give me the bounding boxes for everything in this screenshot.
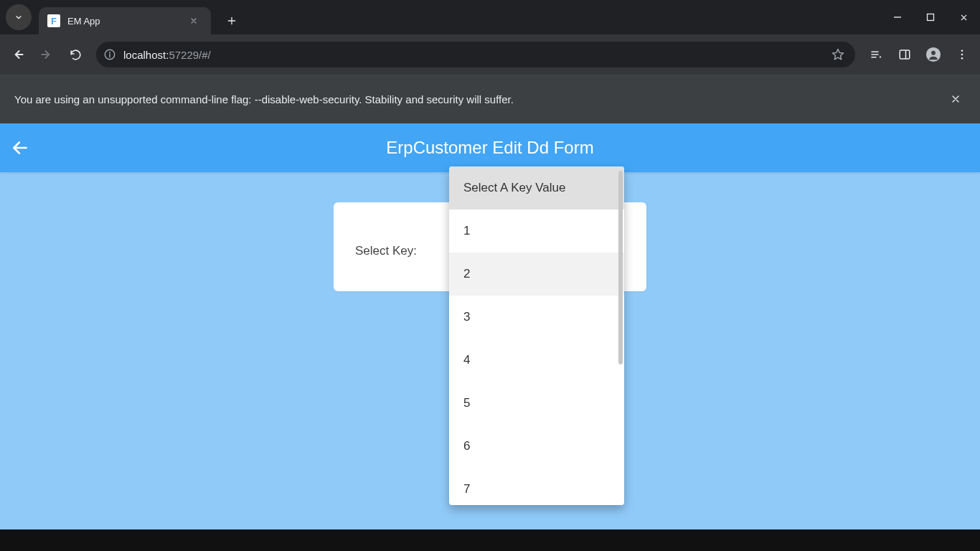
plus-icon xyxy=(226,15,237,27)
reload-icon xyxy=(69,48,83,62)
chevron-down-icon xyxy=(14,12,24,22)
browser-tab-active[interactable]: F EM App xyxy=(39,7,211,34)
window-controls xyxy=(881,0,980,34)
dropdown-option[interactable]: 3 xyxy=(449,296,624,339)
dropdown-option[interactable]: 6 xyxy=(449,425,624,468)
svg-point-5 xyxy=(931,51,936,55)
app-back-button[interactable] xyxy=(0,138,40,157)
svg-point-2 xyxy=(109,52,110,53)
star-icon xyxy=(831,47,845,62)
dropdown-option[interactable]: 1 xyxy=(449,209,624,253)
browser-toolbar: localhost:57229/#/ xyxy=(0,34,980,75)
arrow-right-icon xyxy=(39,47,54,62)
kebab-icon xyxy=(956,48,969,61)
nav-reload-button[interactable] xyxy=(63,42,88,67)
tab-strip: F EM App xyxy=(0,0,980,34)
infobar-text: You are using an unsupported command-lin… xyxy=(14,93,514,105)
dropdown-scroll[interactable]: Select A Key Value1234567 xyxy=(449,166,624,505)
url-text: localhost:57229/#/ xyxy=(123,49,824,61)
tab-close-button[interactable] xyxy=(189,17,202,25)
toolbar-right-icons xyxy=(864,42,974,67)
arrow-left-icon xyxy=(11,47,25,62)
scrollbar-thumb[interactable] xyxy=(618,171,623,364)
window-maximize-button[interactable] xyxy=(914,0,947,34)
address-bar[interactable]: localhost:57229/#/ xyxy=(96,42,855,67)
minimize-icon xyxy=(893,13,902,22)
close-icon xyxy=(189,17,198,25)
browser-menu-button[interactable] xyxy=(950,42,974,67)
svg-rect-3 xyxy=(900,50,910,59)
search-tabs-button[interactable] xyxy=(6,4,32,30)
svg-point-7 xyxy=(961,54,963,56)
svg-rect-0 xyxy=(928,14,934,21)
media-icon xyxy=(870,48,882,61)
flutter-favicon-icon: F xyxy=(47,14,60,27)
new-tab-button[interactable] xyxy=(221,10,242,32)
site-info-button[interactable] xyxy=(103,48,116,61)
nav-forward-button[interactable] xyxy=(34,42,59,67)
key-dropdown-menu[interactable]: Select A Key Value1234567 xyxy=(449,166,624,505)
window-minimize-button[interactable] xyxy=(881,0,914,34)
panel-icon xyxy=(898,48,911,61)
media-control-button[interactable] xyxy=(864,42,888,67)
dropdown-option[interactable]: 4 xyxy=(449,339,624,382)
dropdown-option[interactable]: 2 xyxy=(449,253,624,296)
svg-point-8 xyxy=(961,57,963,60)
close-icon xyxy=(950,93,961,105)
side-panel-button[interactable] xyxy=(892,42,917,67)
arrow-left-icon xyxy=(11,138,29,157)
bookmark-button[interactable] xyxy=(831,47,848,62)
maximize-icon xyxy=(926,13,935,22)
dropdown-option[interactable]: 7 xyxy=(449,468,624,505)
browser-chrome: F EM App xyxy=(0,0,980,123)
taskbar-placeholder xyxy=(0,529,980,551)
select-key-label: Select Key: xyxy=(355,244,417,258)
avatar-icon xyxy=(925,47,941,62)
svg-point-6 xyxy=(961,50,963,52)
window-close-button[interactable] xyxy=(947,0,980,34)
app-bar-title: ErpCustomer Edit Dd Form xyxy=(386,138,593,158)
app-viewport: ErpCustomer Edit Dd Form Select Key: Sel… xyxy=(0,123,980,529)
nav-back-button[interactable] xyxy=(6,42,30,67)
infobar-close-button[interactable] xyxy=(946,89,966,109)
close-icon xyxy=(959,13,969,22)
info-icon xyxy=(103,48,116,61)
app-bar: ErpCustomer Edit Dd Form xyxy=(0,123,980,172)
tab-title: EM App xyxy=(67,16,189,27)
security-warning-infobar: You are using an unsupported command-lin… xyxy=(0,75,980,123)
profile-button[interactable] xyxy=(921,42,946,67)
dropdown-option[interactable]: 5 xyxy=(449,382,624,425)
dropdown-header-item[interactable]: Select A Key Value xyxy=(449,166,624,209)
